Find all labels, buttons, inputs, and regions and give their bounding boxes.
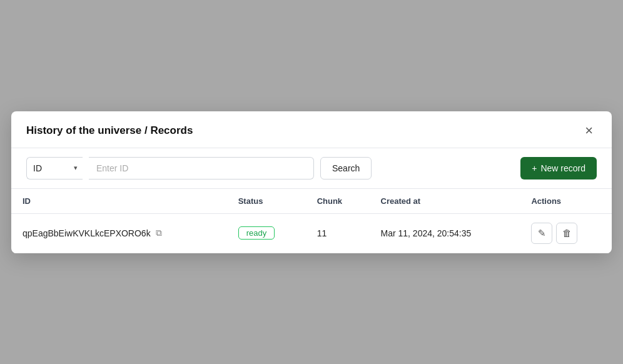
copy-icon[interactable]: ⧉ (156, 228, 162, 238)
edit-icon: ✎ (538, 228, 546, 239)
toolbar: ID ▾ Search + New record (11, 148, 612, 189)
records-table: ID Status Chunk Created at Actions qpEag… (11, 189, 612, 253)
status-badge: ready (238, 226, 275, 240)
delete-button[interactable]: 🗑 (556, 223, 577, 244)
table-header-row: ID Status Chunk Created at Actions (11, 189, 612, 214)
modal-header: History of the universe / Records × (11, 111, 612, 148)
cell-chunk: 11 (306, 213, 370, 253)
col-id: ID (11, 189, 227, 214)
edit-button[interactable]: ✎ (531, 223, 552, 244)
cell-id: qpEagBbEiwKVKLkcEPXORO6k ⧉ (11, 213, 227, 253)
cell-status: ready (227, 213, 306, 253)
id-value: qpEagBbEiwKVKLkcEPXORO6k (23, 228, 151, 238)
filter-type-select[interactable]: ID (27, 158, 83, 179)
table-wrap: ID Status Chunk Created at Actions qpEag… (11, 189, 612, 253)
filter-select-container[interactable]: ID ▾ (26, 157, 83, 179)
cell-created-at: Mar 11, 2024, 20:54:35 (370, 213, 520, 253)
col-actions: Actions (520, 189, 612, 214)
plus-icon: + (532, 163, 537, 173)
modal: History of the universe / Records × ID ▾… (11, 111, 612, 253)
new-record-label: New record (540, 163, 585, 173)
trash-icon: 🗑 (562, 228, 572, 238)
close-button[interactable]: × (581, 123, 597, 139)
modal-overlay: History of the universe / Records × ID ▾… (0, 0, 623, 364)
col-status: Status (227, 189, 306, 214)
table-row: qpEagBbEiwKVKLkcEPXORO6k ⧉ ready 11 Mar … (11, 213, 612, 253)
col-created-at: Created at (370, 189, 520, 214)
filter-input[interactable] (89, 157, 314, 179)
cell-actions: ✎ 🗑 (520, 213, 612, 253)
col-chunk: Chunk (306, 189, 370, 214)
new-record-button[interactable]: + New record (520, 157, 597, 179)
search-button[interactable]: Search (320, 157, 372, 179)
modal-title: History of the universe / Records (26, 124, 193, 137)
